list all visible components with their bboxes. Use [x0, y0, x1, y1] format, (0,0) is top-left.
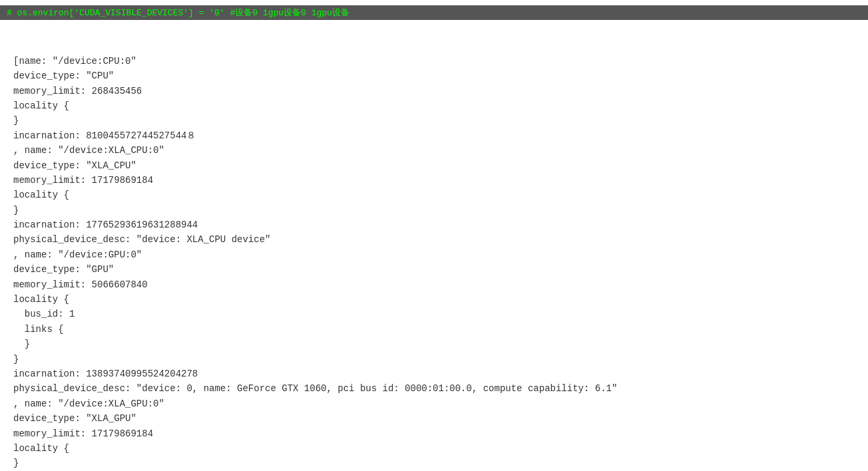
code-line: links { [13, 322, 855, 337]
code-line: memory_limit: 17179869184 [13, 173, 855, 188]
code-line: device_type: "XLA_CPU" [13, 158, 855, 173]
code-line: , name: "/device:GPU:0" [13, 247, 855, 262]
code-line: } [13, 352, 855, 367]
code-line: memory_limit: 268435456 [13, 84, 855, 98]
code-line: locality { [13, 441, 855, 456]
code-line: physical_device_desc: "device: XLA_CPU d… [13, 232, 855, 247]
code-line: locality { [13, 188, 855, 202]
top-bar-text: # os.environ['CUDA_VISIBLE_DEVICES'] = '… [7, 7, 349, 19]
page-container: # os.environ['CUDA_VISIBLE_DEVICES'] = '… [0, 0, 868, 471]
code-line: } [13, 113, 855, 128]
code-line: } [13, 337, 855, 351]
code-block: [name: "/device:CPU:0"device_type: "CPU"… [0, 20, 868, 471]
code-line: [name: "/device:CPU:0" [13, 54, 855, 69]
code-line: } [13, 456, 855, 470]
code-line: } [13, 203, 855, 218]
code-line: memory_limit: 17179869184 [13, 426, 855, 441]
code-line: incarnation: 13893740995524204278 [13, 367, 855, 381]
code-line: incarnation: 17765293619631288944 [13, 218, 855, 232]
code-line: device_type: "CPU" [13, 69, 855, 83]
code-line: locality { [13, 98, 855, 113]
code-line: incarnation: 810045572744527544８ [13, 128, 855, 143]
code-line: device_type: "GPU" [13, 262, 855, 277]
code-line: locality { [13, 292, 855, 307]
code-line: , name: "/device:XLA_GPU:0" [13, 396, 855, 411]
code-line: , name: "/device:XLA_CPU:0" [13, 143, 855, 158]
code-line: bus_id: 1 [13, 307, 855, 321]
code-line: device_type: "XLA_GPU" [13, 411, 855, 426]
code-line: memory_limit: 5066607840 [13, 277, 855, 292]
code-line: physical_device_desc: "device: 0, name: … [13, 381, 855, 396]
top-bar: # os.environ['CUDA_VISIBLE_DEVICES'] = '… [0, 5, 868, 20]
